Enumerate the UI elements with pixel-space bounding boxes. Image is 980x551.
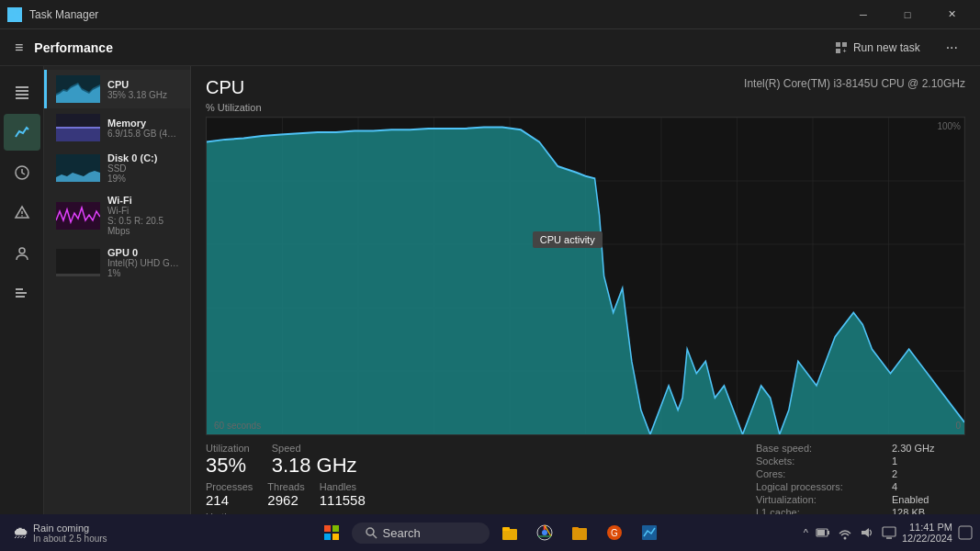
taskbar: 🌧 Rain coming In about 2.5 hours Search [0, 514, 980, 551]
taskbar-center: Search G [317, 518, 664, 547]
taskbar-app-files[interactable] [565, 518, 594, 547]
disk-thumbnail [56, 154, 100, 182]
search-bar[interactable]: Search [352, 523, 490, 544]
graph-min-label: 0 [955, 421, 961, 431]
cpu-usage: 35% 3.18 GHz [107, 90, 181, 100]
window-controls: ─ □ ✕ [842, 0, 973, 29]
svg-rect-6 [836, 49, 840, 53]
main-content: CPU Intel(R) Core(TM) i3-8145U CPU @ 2.1… [191, 66, 980, 551]
memory-usage: 6.9/15.8 GB (44%) [107, 129, 181, 139]
memory-thumbnail [56, 114, 100, 141]
gpu-info: GPU 0 Intel(R) UHD Grap... 1% [107, 247, 181, 278]
threads-value: 2962 [267, 492, 304, 508]
svg-rect-64 [572, 527, 579, 530]
weather-text: Rain coming [33, 523, 107, 534]
svg-rect-27 [56, 127, 100, 129]
device-item-cpu[interactable]: CPU 35% 3.18 GHz [44, 70, 190, 108]
taskbar-app-chart[interactable] [635, 518, 664, 547]
date-display: 12/22/2024 [902, 533, 952, 544]
device-list: CPU 35% 3.18 GHz Memory 6.9/15.8 GB (44%… [44, 66, 191, 551]
device-item-wifi[interactable]: Wi-Fi Wi-Fi S: 0.5 R: 20.5 Mbps [44, 189, 190, 242]
svg-rect-69 [817, 530, 825, 535]
cpu-thumbnail [56, 75, 100, 103]
clock: 11:41 PM [902, 522, 952, 533]
svg-rect-53 [332, 534, 339, 540]
svg-rect-75 [959, 526, 972, 539]
taskbar-app-game[interactable]: G [600, 518, 629, 547]
cores-val: 2 [892, 468, 965, 479]
search-icon [365, 526, 377, 539]
time-display[interactable]: 11:41 PM 12/22/2024 [902, 522, 952, 544]
search-label: Search [383, 526, 421, 540]
svg-rect-5 [842, 42, 847, 47]
sidebar-item-details[interactable] [4, 276, 40, 312]
page-title: Performance [34, 40, 113, 55]
device-item-gpu[interactable]: GPU 0 Intel(R) UHD Grap... 1% [44, 242, 190, 284]
svg-rect-1 [16, 9, 20, 14]
weather-widget[interactable]: 🌧 Rain coming In about 2.5 hours [7, 518, 113, 547]
weather-sub: In about 2.5 hours [33, 534, 107, 544]
device-item-memory[interactable]: Memory 6.9/15.8 GB (44%) [44, 108, 190, 147]
memory-name: Memory [107, 118, 181, 129]
device-item-disk[interactable]: Disk 0 (C:) SSD 19% [44, 147, 190, 189]
window-title: Task Manager [29, 8, 98, 21]
sidebar-item-users[interactable] [4, 235, 40, 272]
svg-rect-3 [16, 16, 20, 20]
title-bar: Task Manager ─ □ ✕ [0, 0, 980, 29]
svg-marker-72 [862, 528, 869, 537]
minimize-button[interactable]: ─ [842, 0, 884, 29]
svg-point-71 [843, 537, 846, 540]
run-task-icon: + [835, 41, 848, 54]
maximize-button[interactable]: □ [886, 0, 929, 29]
utilization-value: 35% [206, 454, 250, 478]
sockets-key: Sockets: [756, 455, 884, 467]
svg-rect-10 [16, 94, 28, 96]
svg-rect-50 [324, 525, 331, 532]
sidebar-item-startup[interactable] [4, 195, 40, 231]
cores-key: Cores: [756, 468, 884, 479]
taskbar-app-explorer[interactable] [495, 518, 524, 547]
sidebar-item-processes[interactable] [4, 73, 40, 110]
base-speed-val: 2.30 GHz [892, 443, 965, 454]
gpu-thumbnail [56, 249, 100, 276]
start-button[interactable] [317, 518, 346, 547]
svg-rect-9 [16, 90, 28, 92]
sidebar-item-history[interactable] [4, 154, 40, 191]
tray-expand[interactable]: ^ [804, 527, 808, 538]
sidebar-item-performance[interactable] [4, 114, 40, 151]
memory-info: Memory 6.9/15.8 GB (44%) [107, 118, 181, 139]
svg-rect-32 [56, 274, 100, 276]
app-icon [7, 7, 22, 22]
svg-rect-2 [9, 16, 14, 20]
top-bar: ≡ Performance + Run new task ··· [0, 29, 980, 66]
sockets-val: 1 [892, 455, 965, 467]
wifi-type: Wi-Fi [107, 206, 181, 216]
svg-rect-4 [836, 42, 840, 47]
notification-icon[interactable] [958, 525, 973, 540]
weather-icon: 🌧 [13, 523, 29, 543]
threads-stat: Threads 2962 [267, 481, 304, 508]
taskbar-left: 🌧 Rain coming In about 2.5 hours [7, 518, 113, 547]
close-button[interactable]: ✕ [930, 0, 973, 29]
processes-label: Processes [206, 481, 253, 492]
gpu-model: Intel(R) UHD Grap... [107, 258, 181, 268]
svg-rect-18 [16, 292, 27, 294]
graph-max-label: 100% [937, 121, 961, 131]
taskbar-app-chrome[interactable] [530, 518, 559, 547]
more-options-button[interactable]: ··· [939, 36, 965, 60]
menu-button[interactable]: ≡ [15, 39, 23, 56]
wifi-info: Wi-Fi Wi-Fi S: 0.5 R: 20.5 Mbps [107, 195, 181, 236]
wifi-icon [838, 525, 852, 540]
processes-stat: Processes 214 [206, 481, 253, 508]
svg-point-54 [366, 528, 374, 535]
svg-rect-51 [332, 525, 339, 532]
handles-label: Handles [320, 481, 366, 492]
run-new-task-button[interactable]: + Run new task [828, 38, 928, 58]
speaker-icon [860, 525, 874, 540]
cpu-detail-title: CPU [206, 77, 244, 98]
disk-usage: 19% [107, 174, 181, 184]
svg-rect-19 [16, 296, 25, 298]
screen-icon [882, 525, 896, 540]
speed-label: Speed [272, 443, 357, 454]
speed-value: 3.18 GHz [272, 454, 357, 478]
